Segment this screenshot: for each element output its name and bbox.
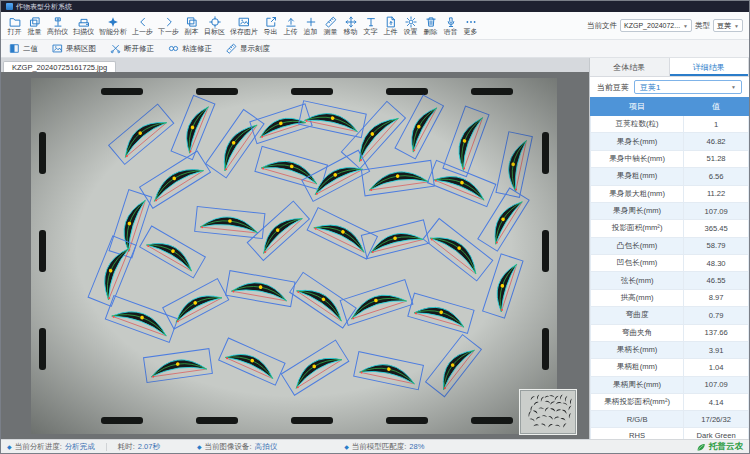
elapsed-value: 2.07秒	[138, 442, 160, 452]
toolbar-scanner[interactable]: 扫描仪	[71, 16, 96, 36]
match-icon: ◆	[344, 444, 349, 450]
title-bar: 作物表型分析系统	[1, 1, 749, 12]
result-value: 46.55	[684, 272, 749, 289]
column-header-item: 项目	[591, 98, 684, 116]
upload-item-label: 上件	[384, 28, 398, 36]
toolbar-upload-item[interactable]: 上件	[381, 16, 400, 36]
delete-icon	[425, 16, 437, 28]
toolbar-stem-region-map[interactable]: 果柄区图	[52, 43, 96, 54]
image-canvas[interactable]	[1, 72, 589, 439]
move-label: 移动	[344, 28, 358, 36]
toolbar-binary-view[interactable]: 二值	[9, 43, 38, 54]
toolbar-open[interactable]: 打开	[5, 16, 24, 36]
leaf-icon	[696, 442, 706, 452]
result-value: Dark Green	[684, 427, 749, 439]
toolbar-delete[interactable]: 删除	[421, 16, 440, 36]
chevron-down-icon: ▼	[731, 84, 736, 90]
result-item: 投影面积(mm²)	[591, 220, 684, 237]
pod-select[interactable]: 豆荚1 ▼	[634, 80, 742, 94]
pod-select-value: 豆荚1	[640, 82, 660, 93]
result-item: R/G/B	[591, 411, 684, 427]
type-select[interactable]: 豆荚 ▼	[713, 19, 743, 32]
result-item: 弯曲度	[591, 307, 684, 324]
image-pane: KZGP_20240725161725.jpg	[1, 58, 589, 439]
toolbar-settings[interactable]: 设置	[401, 16, 420, 36]
toolbar-batch[interactable]: 批量	[25, 16, 44, 36]
result-item: 果身周长(mm)	[591, 202, 684, 219]
toolbar-voice[interactable]: 语音	[441, 16, 460, 36]
text-icon	[365, 16, 377, 28]
toolbar-measure[interactable]: 测量	[321, 16, 340, 36]
open-label: 打开	[8, 28, 22, 36]
toolbar-move[interactable]: 移动	[341, 16, 360, 36]
result-value: 137.66	[684, 324, 749, 341]
toolbar-save-image[interactable]: 保存图片	[228, 16, 260, 36]
append-icon	[305, 16, 317, 28]
smart-analyze-icon	[107, 16, 119, 28]
tab-overall-results[interactable]: 全体结果	[590, 58, 670, 76]
result-row: 果柄周长(mm)107.09	[591, 376, 749, 393]
toolbar-text[interactable]: 文字	[361, 16, 380, 36]
document-tab[interactable]: KZGP_20240725161725.jpg	[3, 61, 116, 72]
result-item: 果柄长(mm)	[591, 341, 684, 358]
status-divider	[106, 443, 107, 451]
status-bar: ◆ 当前分析进度: 分析完成 耗时: 2.07秒 ◆ 当前图像设备: 高拍仪 ◆…	[1, 439, 749, 453]
result-row: 投影面积(mm²)365.45	[591, 220, 749, 237]
toolbar-prev-step[interactable]: 上一步	[130, 16, 155, 36]
toolbar-adhesion-fix[interactable]: 粘连修正	[168, 43, 212, 54]
result-value: 8.97	[684, 289, 749, 306]
break-fix-label: 断开修正	[124, 44, 154, 54]
toolbar-more[interactable]: 更多	[461, 16, 480, 36]
results-table-body: 豆荚粒数(粒)1果身长(mm)46.82果身中轴长(mm)51.28果身粗(mm…	[591, 116, 749, 440]
result-value: 11.22	[684, 185, 749, 202]
result-value: 51.28	[684, 150, 749, 167]
file-section: 当前文件 KZGP_2024072... ▼ 类型 豆荚 ▼	[587, 19, 745, 32]
toolbar-next-step[interactable]: 下一步	[156, 16, 181, 36]
result-row: 果身最大粗(mm)11.22	[591, 185, 749, 202]
toolbar-smart-analyze[interactable]: 智能分析	[97, 16, 129, 36]
current-file-select[interactable]: KZGP_2024072... ▼	[620, 19, 692, 32]
result-value: 17/26/32	[684, 411, 749, 427]
toolbar-break-fix[interactable]: 断开修正	[110, 43, 154, 54]
result-row: RHSDark Green	[591, 427, 749, 439]
toolbar-doc-camera[interactable]: 高拍仪	[45, 16, 70, 36]
results-tabs: 全体结果 详细结果	[590, 58, 749, 77]
upload-icon	[285, 16, 297, 28]
app-window: 作物表型分析系统 打开批量高拍仪扫描仪智能分析上一步下一步副本目标区保存图片导出…	[0, 0, 750, 454]
smart-analyze-label: 智能分析	[99, 28, 127, 36]
thumbnail-preview[interactable]	[520, 390, 576, 434]
result-item: 拱高(mm)	[591, 289, 684, 306]
result-item: 果身最大粗(mm)	[591, 185, 684, 202]
save-image-icon	[238, 16, 250, 28]
current-file-label: 当前文件	[587, 21, 617, 31]
analysis-canvas[interactable]	[1, 72, 589, 439]
result-value: 107.09	[684, 202, 749, 219]
right-panel: 全体结果 详细结果 当前豆荚 豆荚1 ▼ 项目 值	[589, 58, 749, 439]
toolbar-target-area[interactable]: 目标区	[202, 16, 227, 36]
measure-icon	[325, 16, 337, 28]
scanner-label: 扫描仪	[73, 28, 94, 36]
type-value: 豆荚	[717, 21, 731, 31]
tab-detail-results[interactable]: 详细结果	[670, 58, 750, 76]
result-row: 果柄投影面积(mm²)4.14	[591, 394, 749, 411]
result-row: 果柄长(mm)3.91	[591, 341, 749, 358]
show-scale-icon	[226, 43, 237, 54]
doc-camera-label: 高拍仪	[47, 28, 68, 36]
type-label: 类型	[695, 21, 710, 31]
adhesion-fix-label: 粘连修正	[182, 44, 212, 54]
pod-selector-label: 当前豆荚	[597, 82, 629, 93]
break-fix-icon	[110, 43, 121, 54]
binary-view-label: 二值	[23, 44, 38, 54]
delete-label: 删除	[424, 28, 438, 36]
result-value: 1.04	[684, 359, 749, 376]
result-item: 果身粗(mm)	[591, 168, 684, 185]
result-row: 豆荚粒数(粒)1	[591, 116, 749, 133]
settings-label: 设置	[404, 28, 418, 36]
toolbar-duplicate[interactable]: 副本	[182, 16, 201, 36]
column-header-value: 值	[684, 98, 749, 116]
toolbar-export[interactable]: 导出	[261, 16, 280, 36]
toolbar-append[interactable]: 追加	[301, 16, 320, 36]
toolbar-upload[interactable]: 上传	[281, 16, 300, 36]
toolbar-show-scale[interactable]: 显示刻度	[226, 43, 270, 54]
show-scale-label: 显示刻度	[240, 44, 270, 54]
